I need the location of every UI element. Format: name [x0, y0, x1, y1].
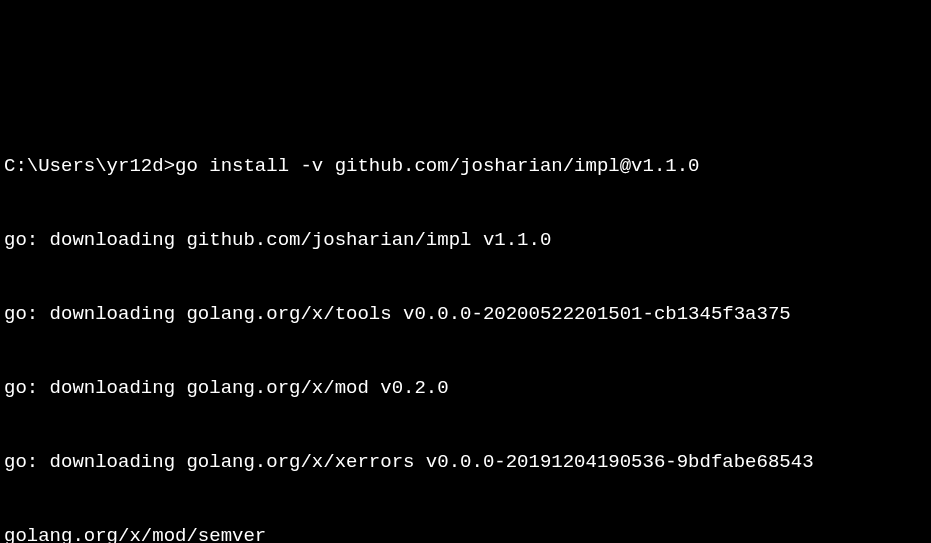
command-input: go install -v github.com/josharian/impl@… — [175, 154, 700, 179]
prompt-line-1: C:\Users\yr12d>go install -v github.com/… — [4, 154, 927, 179]
shell-prompt: C:\Users\yr12d> — [4, 154, 175, 179]
output-line: golang.org/x/mod/semver — [4, 524, 927, 543]
output-line: go: downloading golang.org/x/mod v0.2.0 — [4, 376, 927, 401]
output-line: go: downloading github.com/josharian/imp… — [4, 228, 927, 253]
terminal-area[interactable]: C:\Users\yr12d>go install -v github.com/… — [4, 105, 927, 543]
output-line: go: downloading golang.org/x/xerrors v0.… — [4, 450, 927, 475]
output-line: go: downloading golang.org/x/tools v0.0.… — [4, 302, 927, 327]
